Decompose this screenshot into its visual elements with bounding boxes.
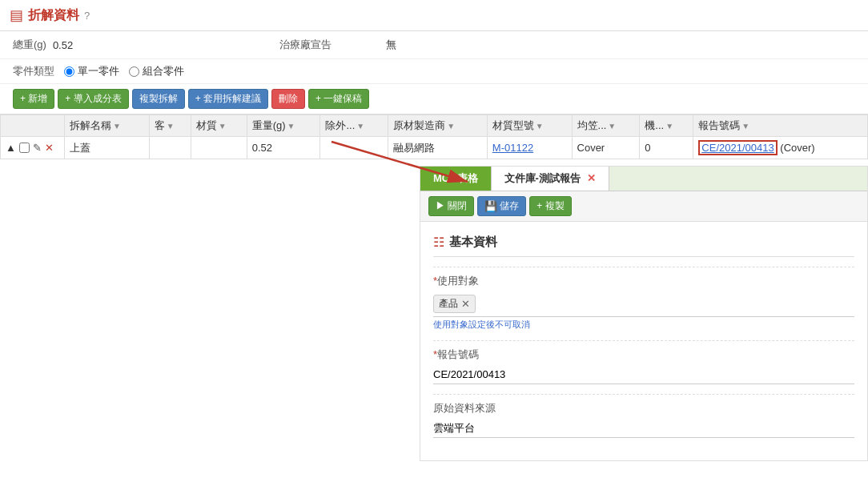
panel-close-button[interactable]: ▶ 關閉 — [428, 196, 474, 216]
bottom-area: MCD表格 文件庫-測試報告 ✕ ▶ 關閉 💾 儲存 + 複製 ☷ 基 — [0, 166, 868, 461]
tab-close-icon[interactable]: ✕ — [587, 172, 596, 184]
recommend-button[interactable]: + 套用拆解建議 — [188, 89, 268, 109]
edit-icon[interactable]: ✎ — [33, 142, 42, 154]
delete-button[interactable]: 刪除 — [271, 89, 305, 109]
add-button[interactable]: + 新增 — [13, 89, 54, 109]
page-wrapper: ▤ 折解資料 ? 總重(g) 0.52 治療廠宣告 無 零件類型 單一零件 組合… — [0, 0, 868, 461]
warning-item: 治療廠宣告 無 — [279, 38, 396, 52]
panel-content: ☷ 基本資料 *使用對象 產品 ✕ 使用對象設定後不可取消 — [420, 222, 867, 460]
divider3 — [433, 394, 854, 395]
row-actions-cell: ▲ ✎ ✕ — [1, 137, 65, 159]
save-icon: 💾 — [484, 200, 497, 212]
weight-item: 總重(g) 0.52 — [13, 38, 73, 52]
product-tag: 產品 ✕ — [433, 295, 476, 313]
import-button[interactable]: + 導入成分表 — [58, 89, 128, 109]
th-material: 材質 ▼ — [191, 115, 247, 137]
use-target-hint: 使用對象設定後不可取消 — [433, 319, 854, 331]
filter-report-icon[interactable]: ▼ — [741, 122, 749, 131]
tab-library[interactable]: 文件庫-測試報告 ✕ — [492, 167, 609, 191]
row-weight: 0.52 — [247, 137, 320, 159]
row-count — [149, 137, 191, 159]
divider2 — [433, 340, 854, 341]
report-no-field: *報告號碼 CE/2021/00413 — [433, 347, 854, 384]
weight-value: 0.52 — [53, 39, 73, 51]
radio-combo[interactable]: 組合零件 — [129, 64, 184, 78]
tag-close-icon[interactable]: ✕ — [461, 298, 470, 310]
th-count: 客 ▼ — [149, 115, 191, 137]
table-toolbar: + 新增 + 導入成分表 複製拆解 + 套用拆解建議 刪除 + 一鍵保稿 — [0, 84, 868, 114]
radio-group: 零件類型 單一零件 組合零件 — [0, 59, 868, 84]
panel-save-button[interactable]: 💾 儲存 — [477, 196, 526, 216]
radio-single[interactable]: 單一零件 — [64, 64, 119, 78]
filter-weight-icon[interactable]: ▼ — [287, 122, 295, 131]
th-exclude: 除外... ▼ — [320, 115, 388, 137]
table-header-row: 拆解名稱 ▼ 客 ▼ 材質 ▼ 重量(g) ▼ 除外... ▼ — [1, 115, 868, 137]
section-divider — [433, 267, 854, 267]
filter-exclude-icon[interactable]: ▼ — [356, 122, 364, 131]
filter-avg-icon[interactable]: ▼ — [608, 122, 616, 131]
th-weight: 重量(g) ▼ — [247, 115, 320, 137]
warning-label: 治療廠宣告 — [279, 38, 332, 52]
row-material — [191, 137, 247, 159]
source-label: 原始資料來源 — [433, 401, 854, 416]
th-average: 均笠... ▼ — [572, 115, 640, 137]
filter-count-icon[interactable]: ▼ — [167, 122, 175, 131]
filter-mfr-icon[interactable]: ▼ — [447, 122, 455, 131]
page-title: 折解資料 — [28, 7, 79, 24]
filter-material-icon[interactable]: ▼ — [219, 122, 227, 131]
row-report: CE/2021/00413 (Cover) — [693, 137, 868, 159]
panel-copy-button[interactable]: + 複製 — [529, 196, 571, 216]
th-actions — [1, 115, 65, 137]
row-material-type: M-01122 — [487, 137, 572, 159]
filter-mattype-icon[interactable]: ▼ — [536, 122, 544, 131]
row-average: Cover — [572, 137, 640, 159]
source-input[interactable]: 雲端平台 — [433, 419, 854, 438]
tab-mcd[interactable]: MCD表格 — [420, 167, 492, 191]
right-panel: MCD表格 文件庫-測試報告 ✕ ▶ 關閉 💾 儲存 + 複製 ☷ 基 — [420, 166, 868, 461]
panel-tabs: MCD表格 文件庫-測試報告 ✕ — [420, 167, 867, 191]
section-header: ☷ 基本資料 — [433, 235, 854, 257]
row-checkbox[interactable] — [19, 143, 30, 153]
disassemble-table-container: 拆解名稱 ▼ 客 ▼ 材質 ▼ 重量(g) ▼ 除外... ▼ — [0, 114, 868, 159]
row-manufacturer: 融易網路 — [388, 137, 488, 159]
part-type-label: 零件類型 — [13, 64, 54, 78]
use-target-label: *使用對象 — [433, 274, 854, 288]
page-header: ▤ 折解資料 ? — [0, 0, 868, 31]
material-type-link[interactable]: M-01122 — [492, 142, 533, 154]
section-icon: ☷ — [433, 235, 444, 250]
warning-value: 無 — [386, 38, 396, 52]
row-exclude — [320, 137, 388, 159]
th-machine: 機... ▼ — [640, 115, 693, 137]
expand-icon[interactable]: ▲ — [6, 142, 16, 154]
table-row: ▲ ✎ ✕ 上蓋 0.52 融易網路 M-01122 Cover 0 — [1, 137, 868, 159]
row-name: 上蓋 — [65, 137, 150, 159]
filter-name-icon[interactable]: ▼ — [113, 122, 121, 131]
use-target-field: *使用對象 產品 ✕ 使用對象設定後不可取消 — [433, 274, 854, 331]
report-no-input[interactable]: CE/2021/00413 — [433, 365, 854, 384]
report-no-link[interactable]: CE/2021/00413 — [701, 142, 774, 154]
report-suffix: (Cover) — [780, 142, 814, 154]
disassemble-table: 拆解名稱 ▼ 客 ▼ 材質 ▼ 重量(g) ▼ 除外... ▼ — [0, 114, 868, 159]
filter-machine-icon[interactable]: ▼ — [665, 122, 673, 131]
help-icon[interactable]: ? — [84, 10, 90, 22]
info-bar: 總重(g) 0.52 治療廠宣告 無 — [0, 31, 868, 59]
delete-row-icon[interactable]: ✕ — [45, 142, 54, 154]
th-report: 報告號碼 ▼ — [693, 115, 868, 137]
section-title: 基本資料 — [449, 235, 497, 250]
th-material-type: 材質型號 ▼ — [487, 115, 572, 137]
row-machine: 0 — [640, 137, 693, 159]
panel-toolbar: ▶ 關閉 💾 儲存 + 複製 — [420, 191, 867, 222]
page-icon: ▤ — [10, 6, 23, 24]
weight-label: 總重(g) — [13, 38, 46, 52]
save-all-button[interactable]: + 一鍵保稿 — [308, 89, 369, 109]
report-no-label: *報告號碼 — [433, 347, 854, 362]
source-field: 原始資料來源 雲端平台 — [433, 401, 854, 438]
th-name: 拆解名稱 ▼ — [65, 115, 150, 137]
copy-disassemble-button[interactable]: 複製拆解 — [132, 89, 185, 109]
th-manufacturer: 原材製造商 ▼ — [388, 115, 488, 137]
